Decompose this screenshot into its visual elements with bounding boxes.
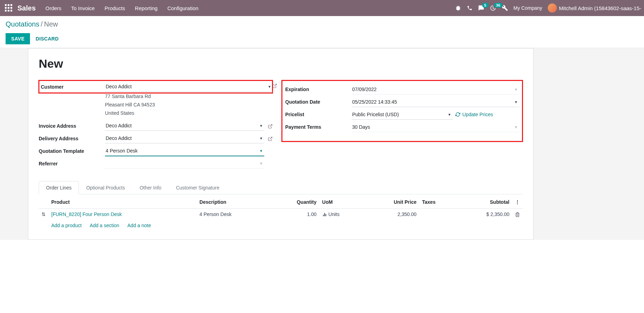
delivery-address-wrap: ▼ bbox=[105, 133, 264, 143]
delivery-address-label: Delivery Address bbox=[39, 136, 105, 141]
tabs: Order Lines Optional Products Other Info… bbox=[39, 181, 523, 194]
row-quantity[interactable]: 1.00 bbox=[270, 208, 319, 220]
row-unit-price[interactable]: 2,350.00 bbox=[364, 208, 419, 220]
quotation-date-input[interactable] bbox=[351, 97, 519, 107]
sheet-wrap: New Customer ▼ 77 Santa Barbara Rd Pleas… bbox=[0, 48, 644, 240]
order-lines-table: Product Description Quantity UoM Unit Pr… bbox=[39, 196, 523, 231]
payment-terms-wrap: ▼ bbox=[351, 122, 519, 132]
nav-links: Orders To Invoice Products Reporting Con… bbox=[45, 5, 198, 11]
table-header-row: Product Description Quantity UoM Unit Pr… bbox=[39, 196, 523, 209]
payment-terms-row: Payment Terms ▼ bbox=[285, 121, 519, 133]
add-section-link[interactable]: Add a section bbox=[90, 223, 119, 228]
quotation-template-row: Quotation Template ▼ bbox=[39, 145, 273, 157]
save-button[interactable]: SAVE bbox=[6, 33, 30, 44]
left-column: Customer ▼ 77 Santa Barbara Rd Pleasant … bbox=[39, 80, 273, 170]
expiration-input[interactable] bbox=[351, 84, 519, 95]
payment-terms-label: Payment Terms bbox=[285, 124, 351, 130]
external-link-icon[interactable] bbox=[268, 123, 273, 129]
quotation-date-row: Quotation Date ▼ bbox=[285, 96, 519, 108]
activities-badge: 36 bbox=[494, 3, 502, 8]
tab-other-info[interactable]: Other Info bbox=[132, 181, 168, 194]
refresh-icon bbox=[455, 112, 460, 117]
tools-icon[interactable] bbox=[502, 5, 508, 11]
messages-badge: 5 bbox=[482, 3, 488, 8]
update-prices-link[interactable]: Update Prices bbox=[455, 112, 493, 117]
pricelist-label: Pricelist bbox=[285, 112, 351, 117]
breadcrumb: Quotations/New bbox=[6, 20, 638, 28]
chart-icon bbox=[322, 211, 327, 217]
breadcrumb-root[interactable]: Quotations bbox=[6, 20, 39, 28]
th-kebab[interactable]: ⋮ bbox=[512, 196, 523, 209]
th-unit-price: Unit Price bbox=[364, 196, 419, 209]
pricelist-wrap: ▼ bbox=[351, 110, 453, 120]
control-bar: Quotations/New SAVE DISCARD bbox=[0, 16, 644, 48]
customer-input-wrap: ▼ bbox=[105, 82, 273, 92]
invoice-address-label: Invoice Address bbox=[39, 123, 105, 129]
payment-terms-input[interactable] bbox=[351, 122, 519, 132]
table-row[interactable]: ⇅ [FURN_8220] Four Person Desk 4 Person … bbox=[39, 208, 523, 220]
activities-icon[interactable]: 36 bbox=[490, 5, 496, 11]
phone-icon[interactable] bbox=[467, 5, 472, 11]
sheet: New Customer ▼ 77 Santa Barbara Rd Pleas… bbox=[28, 48, 533, 240]
delete-row-icon[interactable] bbox=[512, 208, 523, 220]
pricelist-row: Pricelist ▼ Update Prices bbox=[285, 108, 519, 121]
delivery-address-row: Delivery Address ▼ bbox=[39, 132, 273, 145]
th-subtotal: Subtotal bbox=[456, 196, 512, 209]
row-product[interactable]: [FURN_8220] Four Person Desk bbox=[51, 211, 122, 217]
referrer-input[interactable] bbox=[105, 158, 264, 169]
nav-to-invoice[interactable]: To Invoice bbox=[71, 5, 95, 11]
update-prices-label: Update Prices bbox=[462, 112, 493, 117]
messages-icon[interactable]: 5 bbox=[478, 5, 484, 11]
external-link-icon[interactable] bbox=[268, 136, 273, 141]
brand[interactable]: Sales bbox=[17, 4, 36, 12]
delivery-address-input[interactable] bbox=[105, 133, 264, 143]
row-uom[interactable]: Units bbox=[319, 208, 364, 220]
drag-handle-icon[interactable]: ⇅ bbox=[39, 208, 48, 220]
action-row: SAVE DISCARD bbox=[6, 33, 638, 44]
nav-orders[interactable]: Orders bbox=[45, 5, 61, 11]
pricelist-input[interactable] bbox=[351, 110, 453, 120]
user-menu[interactable]: Mitchell Admin (15843602-saas-15- bbox=[548, 3, 641, 13]
th-description: Description bbox=[197, 196, 270, 209]
th-quantity: Quantity bbox=[270, 196, 319, 209]
address-line-1: 77 Santa Barbara Rd bbox=[105, 92, 273, 101]
right-column: Expiration ▼ Quotation Date ▼ Pricelist bbox=[282, 80, 523, 142]
nav-products[interactable]: Products bbox=[105, 5, 125, 11]
quotation-template-label: Quotation Template bbox=[39, 148, 105, 154]
add-product-link[interactable]: Add a product bbox=[51, 223, 82, 228]
top-nav: Sales Orders To Invoice Products Reporti… bbox=[0, 0, 644, 16]
quotation-template-input[interactable] bbox=[105, 146, 264, 156]
expiration-wrap: ▼ bbox=[351, 84, 519, 95]
tab-order-lines[interactable]: Order Lines bbox=[39, 181, 79, 194]
quotation-date-label: Quotation Date bbox=[285, 99, 351, 105]
customer-input[interactable] bbox=[105, 82, 273, 92]
row-description[interactable]: 4 Person Desk bbox=[197, 208, 270, 220]
company-selector[interactable]: My Company bbox=[514, 5, 542, 11]
nav-configuration[interactable]: Configuration bbox=[167, 5, 198, 11]
th-product: Product bbox=[48, 196, 197, 209]
invoice-address-input[interactable] bbox=[105, 121, 264, 131]
th-taxes: Taxes bbox=[419, 196, 456, 209]
customer-address: 77 Santa Barbara Rd Pleasant Hill CA 945… bbox=[105, 92, 273, 117]
nav-reporting[interactable]: Reporting bbox=[135, 5, 158, 11]
add-row: Add a product Add a section Add a note bbox=[39, 220, 523, 231]
invoice-address-row: Invoice Address ▼ bbox=[39, 120, 273, 132]
tab-optional-products[interactable]: Optional Products bbox=[79, 181, 132, 194]
address-line-3: United States bbox=[105, 109, 273, 118]
apps-icon[interactable] bbox=[5, 4, 13, 12]
external-link-icon[interactable] bbox=[272, 83, 277, 88]
referrer-label: Referrer bbox=[39, 161, 105, 166]
form-grid: Customer ▼ 77 Santa Barbara Rd Pleasant … bbox=[39, 80, 523, 170]
expiration-label: Expiration bbox=[285, 87, 351, 92]
row-taxes[interactable] bbox=[419, 208, 456, 220]
quotation-date-wrap: ▼ bbox=[351, 97, 519, 107]
add-note-link[interactable]: Add a note bbox=[127, 223, 151, 228]
customer-label: Customer bbox=[41, 84, 105, 90]
breadcrumb-sep: / bbox=[41, 20, 43, 28]
referrer-row: Referrer ▼ bbox=[39, 157, 273, 170]
tab-customer-signature[interactable]: Customer Signature bbox=[169, 181, 227, 194]
th-uom: UoM bbox=[319, 196, 364, 209]
discard-button[interactable]: DISCARD bbox=[36, 36, 59, 42]
quotation-template-wrap: ▼ bbox=[105, 146, 264, 156]
bug-icon[interactable] bbox=[455, 5, 461, 11]
